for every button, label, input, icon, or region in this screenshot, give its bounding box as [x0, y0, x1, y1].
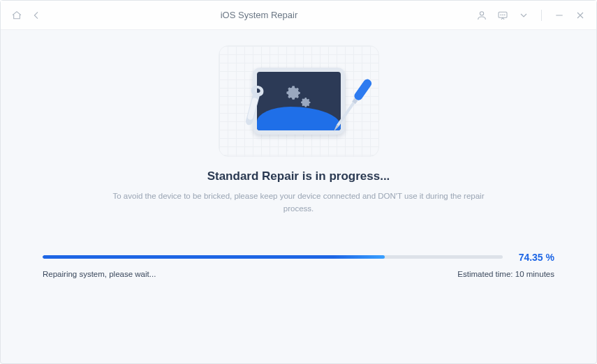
svg-point-3: [503, 15, 503, 15]
svg-marker-9: [332, 125, 339, 132]
estimated-time: Estimated time: 10 minutes: [457, 270, 554, 278]
gear-icon: [299, 96, 311, 108]
svg-rect-8: [337, 102, 355, 126]
progress-heading: Standard Repair is in progress...: [207, 169, 390, 183]
progress-bar: [43, 255, 503, 259]
svg-point-4: [504, 15, 505, 15]
back-icon[interactable]: [30, 9, 43, 22]
svg-rect-6: [353, 77, 373, 102]
titlebar: iOS System Repair: [1, 1, 596, 30]
main-content: Standard Repair is in progress... To avo…: [1, 30, 596, 363]
home-icon[interactable]: [10, 9, 23, 22]
app-title: iOS System Repair: [43, 10, 476, 20]
progress-fill: [43, 255, 385, 259]
progress-percent: 74.35 %: [513, 252, 554, 263]
svg-point-0: [480, 11, 483, 15]
feedback-icon[interactable]: [496, 9, 509, 22]
chevron-down-icon[interactable]: [517, 9, 530, 22]
user-icon[interactable]: [476, 9, 488, 22]
minimize-icon[interactable]: [553, 9, 566, 22]
close-icon[interactable]: [574, 9, 587, 22]
svg-point-2: [501, 15, 501, 15]
progress-subtext: To avoid the device to be bricked, pleas…: [110, 190, 487, 215]
status-text: Repairing system, please wait...: [43, 270, 156, 278]
status-row: Repairing system, please wait... Estimat…: [43, 270, 554, 278]
app-window: iOS System Repair: [0, 0, 597, 364]
titlebar-divider: [541, 10, 542, 21]
progress-row: 74.35 %: [43, 252, 554, 263]
repair-illustration: [219, 45, 379, 157]
